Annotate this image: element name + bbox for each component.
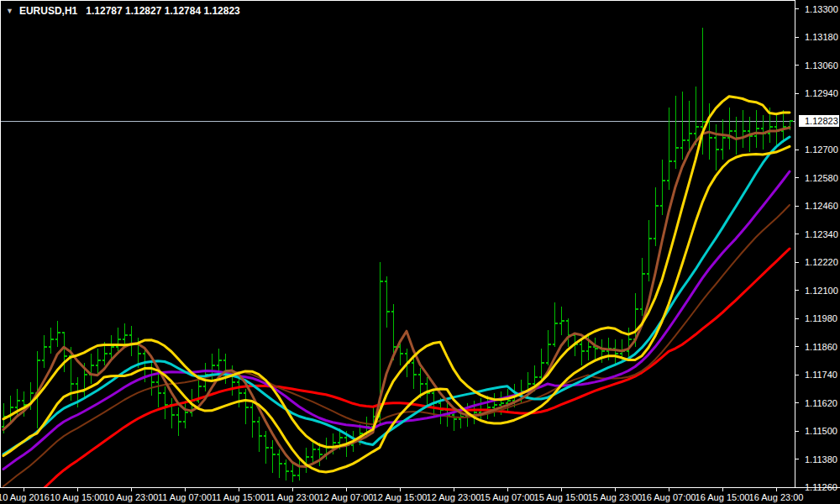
y-axis-tick: [795, 8, 799, 9]
y-axis-label: 1.11500: [805, 425, 837, 437]
x-axis-tick: [185, 488, 186, 491]
chart-ohlc-values: 1.12787 1.12827 1.12784 1.12823: [86, 5, 240, 17]
x-axis-tick: [131, 488, 132, 491]
y-axis-label: 1.13060: [805, 60, 838, 71]
ma-slow-violet-line: [3, 171, 790, 469]
x-axis-tick: [77, 488, 78, 491]
x-axis-tick: [776, 488, 777, 491]
time-axis[interactable]: 10 Aug 201610 Aug 15:0010 Aug 23:0011 Au…: [0, 487, 840, 504]
y-axis-tick: [795, 459, 799, 459]
y-axis-tick: [795, 93, 799, 94]
x-axis-tick: [400, 488, 401, 491]
y-axis-label: 1.12700: [805, 144, 838, 155]
y-axis-tick: [795, 206, 799, 207]
x-axis-tick: [507, 488, 508, 491]
y-axis-tick: [795, 346, 799, 347]
y-axis-tick: [795, 150, 799, 150]
y-axis-tick: [795, 177, 799, 178]
x-axis-tick: [454, 488, 454, 491]
y-axis-label: 1.12940: [805, 87, 838, 99]
y-axis-tick: [795, 318, 799, 319]
x-axis-tick: [561, 488, 562, 491]
y-axis-tick: [795, 262, 799, 263]
y-axis-tick: [795, 234, 799, 234]
y-axis-label: 1.11260: [805, 481, 837, 493]
x-axis-tick: [615, 488, 616, 491]
y-axis-label: 1.11740: [805, 369, 837, 381]
y-axis-tick: [795, 37, 799, 38]
y-axis-label: 1.12100: [805, 285, 838, 297]
x-axis-tick: [239, 488, 239, 491]
y-axis-tick: [795, 402, 799, 403]
y-axis-tick: [795, 375, 799, 375]
y-axis-label: 1.11860: [805, 341, 837, 353]
chart-menu-triangle-icon: ▼: [6, 7, 13, 15]
y-axis-tick: [795, 487, 799, 488]
x-axis-tick: [669, 488, 669, 491]
y-axis-label: 1.12460: [805, 200, 838, 212]
chart-symbol-period-label: EURUSD,H1: [19, 5, 77, 17]
ma-slowest-red-line: [3, 249, 790, 487]
y-axis-label: 1.13180: [805, 31, 838, 43]
window-top-border: [0, 0, 840, 1]
x-axis-tick: [292, 488, 293, 491]
window-left-border: [0, 0, 1, 487]
chart-window: ▼EURUSD,H11.12787 1.12827 1.12784 1.1282…: [0, 0, 840, 504]
y-axis-label: 1.11380: [805, 454, 837, 465]
x-axis-tick: [722, 488, 723, 491]
current-price-label: 1.12823: [799, 115, 839, 127]
price-chart-area[interactable]: [0, 0, 795, 487]
x-axis-tick: [24, 488, 24, 491]
y-axis-label: 1.12340: [805, 228, 838, 240]
y-axis-label: 1.11980: [805, 312, 837, 324]
y-axis-label: 1.12220: [805, 256, 838, 268]
y-axis-tick: [795, 65, 799, 66]
y-axis-label: 1.11620: [805, 397, 837, 409]
price-axis[interactable]: 1.12823 1.133001.131801.130601.129401.12…: [795, 0, 840, 487]
y-axis-label: 1.12580: [805, 172, 838, 184]
x-axis-label: 16 Aug 23:00: [741, 492, 811, 502]
x-axis-tick: [346, 488, 347, 491]
y-axis-tick: [795, 431, 799, 432]
ma-band-high-gold-line: [3, 97, 790, 448]
chart-title: ▼EURUSD,H11.12787 1.12827 1.12784 1.1282…: [6, 5, 240, 17]
price-chart-canvas[interactable]: [0, 0, 795, 487]
y-axis-label: 1.13300: [805, 3, 838, 15]
y-axis-tick: [795, 290, 799, 291]
